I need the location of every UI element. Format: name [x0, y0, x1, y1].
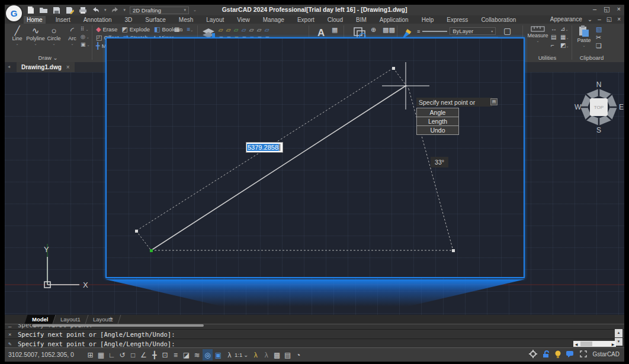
- tab-close-icon[interactable]: ×: [66, 64, 70, 70]
- list-tool-icon[interactable]: ▦⌄: [560, 34, 569, 40]
- status-toggle-icon[interactable]: λ: [261, 349, 271, 360]
- donut-tool-icon[interactable]: ◎ ⌄: [81, 34, 90, 40]
- status-toggle-icon[interactable]: ∟: [107, 349, 117, 360]
- draw-tool-button[interactable]: ∿ Polyline ⌄: [27, 25, 44, 46]
- layout-tab[interactable]: Model: [25, 315, 56, 324]
- ribbon-tab[interactable]: Layout: [203, 16, 227, 24]
- clipboard-panel-label[interactable]: Clipboard: [569, 54, 615, 61]
- layer-tool-icon[interactable]: ▱: [248, 26, 255, 34]
- array-tool-icon[interactable]: ▦⌄: [174, 26, 182, 33]
- draw-tool-button[interactable]: ╱ Line ⌄: [8, 25, 26, 46]
- command-input-row[interactable]: ✎ Specify next point or [Angle/Length/Un…: [5, 339, 624, 348]
- copy-icon[interactable]: ▧: [596, 25, 602, 33]
- doc-close-button[interactable]: ×: [617, 16, 621, 22]
- status-toggle-icon[interactable]: ▩: [272, 349, 282, 360]
- ribbon-tab[interactable]: Mesh: [176, 16, 196, 24]
- ribbon-tab[interactable]: Help: [419, 16, 437, 24]
- layout-tab[interactable]: Layout2: [86, 315, 121, 324]
- select-window-icon[interactable]: ▢: [503, 26, 511, 36]
- table-tool-icon[interactable]: ▦: [332, 26, 338, 34]
- draw-tool-button[interactable]: ○ Circle ⌄: [45, 25, 63, 46]
- ribbon-tab[interactable]: Manage: [260, 16, 287, 24]
- id-point-icon[interactable]: ⊿⌄: [560, 25, 568, 32]
- status-toggle-icon[interactable]: □: [128, 349, 138, 360]
- dynamic-option[interactable]: Undo: [416, 125, 459, 135]
- status-toggle-icon[interactable]: ∠: [139, 349, 149, 360]
- command-horizontal-scrollbar[interactable]: ◀ ▶: [573, 341, 616, 347]
- chevron-down-icon[interactable]: ⌄: [34, 41, 37, 46]
- restore-button[interactable]: ◱: [604, 5, 609, 13]
- toolbar-more-icon[interactable]: ⌄: [193, 8, 197, 12]
- status-toggle-icon[interactable]: ◔: [293, 349, 303, 360]
- command-splitter-handle[interactable]: [32, 324, 204, 327]
- calculator-icon[interactable]: ▤: [551, 34, 556, 40]
- ribbon-tab[interactable]: Surface: [142, 16, 168, 24]
- annotation-scale-dropdown[interactable]: λ 1:1 ⌄: [224, 349, 250, 360]
- doc-restore-button[interactable]: ◱: [606, 16, 612, 22]
- utilities-panel-label[interactable]: Utilities: [524, 54, 571, 61]
- status-toggle-icon[interactable]: ◪: [181, 349, 191, 360]
- ribbon-tab[interactable]: Home: [24, 16, 46, 24]
- view-cube[interactable]: TOP N S W E: [572, 80, 624, 134]
- layout-tab[interactable]: Layout1: [53, 315, 89, 324]
- scrollbar-thumb[interactable]: [580, 342, 592, 346]
- ribbon-tab[interactable]: View: [234, 16, 253, 24]
- minimize-button[interactable]: –: [593, 5, 596, 13]
- layer-tool-icon[interactable]: ▱: [224, 26, 232, 34]
- status-toggle-icon[interactable]: ⊞: [85, 349, 95, 360]
- document-tab[interactable]: Drawing1.dwg ×: [17, 62, 75, 72]
- chevron-down-icon[interactable]: ⌄: [52, 41, 55, 46]
- status-toggle-icon[interactable]: ▣: [213, 349, 223, 360]
- ribbon-tab[interactable]: Annotation: [81, 16, 115, 24]
- status-toggle-icon[interactable]: ▦: [96, 349, 106, 360]
- status-toggle-icon[interactable]: λ: [251, 349, 261, 360]
- lineweight-dropdown[interactable]: ByLayer ▾: [450, 27, 496, 35]
- save-as-icon[interactable]: [65, 6, 74, 14]
- lightbulb-icon[interactable]: [555, 350, 561, 358]
- open-file-icon[interactable]: [39, 6, 48, 14]
- chevron-down-icon[interactable]: ⌄: [70, 41, 73, 46]
- ribbon-tab[interactable]: Application: [377, 16, 412, 24]
- dynamic-option[interactable]: Length: [416, 117, 459, 126]
- modify-tool-button[interactable]: ◩ Explode: [121, 26, 150, 33]
- layer-tool-icon[interactable]: ▱: [232, 26, 240, 34]
- status-toggle-icon[interactable]: ≋: [192, 349, 202, 360]
- dynamic-dimension-input[interactable]: 5379.2858: [246, 142, 283, 153]
- feedback-chat-icon[interactable]: [566, 350, 575, 357]
- print-icon[interactable]: [78, 6, 87, 14]
- fillet-tool-icon[interactable]: ≡⌄: [187, 26, 193, 33]
- layer-tool-icon[interactable]: ▱: [240, 26, 248, 34]
- new-file-icon[interactable]: [26, 6, 35, 14]
- modify-tool-button[interactable]: ◆ Erase: [96, 26, 117, 33]
- distance-tool-icon[interactable]: ↔: [551, 25, 557, 32]
- cancel-icon[interactable]: ×: [8, 331, 11, 337]
- gstarcad-logo-icon[interactable]: G: [6, 5, 22, 21]
- layer-tool-icon[interactable]: ▱: [263, 26, 271, 34]
- appearance-dropdown[interactable]: Appearance: [550, 16, 582, 22]
- redo-dropdown-icon[interactable]: ▾: [124, 8, 126, 12]
- status-toggle-icon[interactable]: ↺: [117, 349, 127, 360]
- doc-minimize-button[interactable]: –: [598, 16, 601, 22]
- ribbon-tab[interactable]: Insert: [53, 16, 73, 24]
- ribbon-tab[interactable]: BIM: [353, 16, 370, 24]
- chevron-down-icon[interactable]: ⌄: [15, 41, 18, 46]
- workspace-dropdown[interactable]: 2D Drafting ▾: [130, 7, 189, 14]
- ribbon-tab[interactable]: Express: [444, 16, 471, 24]
- tab-scroll-left-icon[interactable]: ◂: [8, 64, 10, 69]
- close-button[interactable]: ×: [617, 5, 621, 13]
- measure-button[interactable]: Measure ⌄: [527, 25, 548, 43]
- status-toggle-icon[interactable]: ╋: [149, 349, 159, 360]
- status-toggle-icon[interactable]: ≡: [171, 349, 181, 360]
- layer-tool-icon[interactable]: ▱: [255, 26, 263, 34]
- command-line-panel[interactable]: — Specify first point: × Specify next po…: [5, 324, 624, 347]
- ribbon-tab[interactable]: Cloud: [325, 16, 346, 24]
- settings-gear-icon[interactable]: [529, 350, 537, 358]
- draw-panel-label[interactable]: Draw ⌄: [5, 54, 91, 61]
- point-style-icon[interactable]: ◩⌄: [560, 42, 569, 49]
- ribbon-tab[interactable]: 3D: [122, 16, 136, 24]
- scroll-right-icon[interactable]: ▶: [610, 342, 616, 346]
- undo-icon[interactable]: [91, 6, 100, 14]
- layer-tool-icon[interactable]: ▱: [217, 26, 224, 34]
- status-toggle-icon[interactable]: ▤: [283, 349, 293, 360]
- status-toggle-icon[interactable]: ◎: [203, 349, 213, 360]
